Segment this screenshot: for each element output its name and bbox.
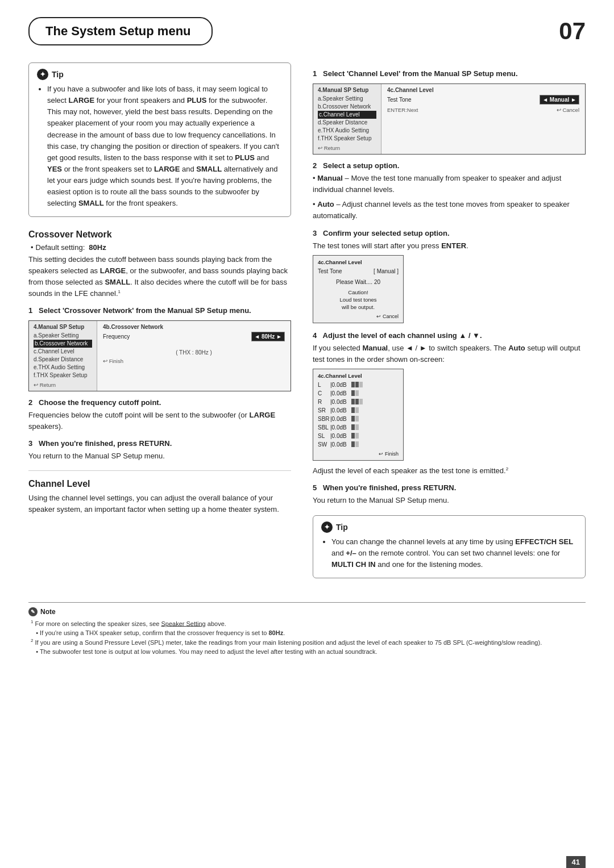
crossover-step1-heading: 1 Select 'Crossover Network' from the Ma… bbox=[28, 306, 291, 315]
right-column: 1 Select 'Channel Level' from the Manual… bbox=[307, 62, 586, 591]
ch-row-l: L|0.0dB bbox=[318, 381, 347, 389]
tip1-bullet-1: If you have a subwoofer and like lots of… bbox=[47, 84, 283, 210]
screen1-item-d: d.Speaker Distance bbox=[34, 356, 92, 364]
ch-adjust-right bbox=[351, 381, 363, 449]
ch-row-sl: SL|0.0dB bbox=[318, 432, 347, 440]
ch-step2-heading: 2 Select a setup option. bbox=[313, 161, 586, 170]
screen1-item-f: f.THX Speaker Setup bbox=[34, 372, 92, 379]
tip1-list: If you have a subwoofer and like lots of… bbox=[47, 84, 283, 210]
ch-step2-auto: • Auto – Adjust channel levels as the te… bbox=[313, 199, 586, 222]
screen2-tone-row: Test Tone ◄ Manual ► bbox=[387, 95, 579, 105]
tip1-header: ✦ Tip bbox=[37, 69, 283, 80]
ch-step5-body: You return to the Manual SP Setup menu. bbox=[313, 495, 586, 506]
tip1-label: Tip bbox=[52, 70, 64, 79]
page-title: The System Setup menu bbox=[45, 24, 191, 39]
screen2-item-e: e.THX Audio Setting bbox=[318, 127, 376, 135]
tip2-header: ✦ Tip bbox=[321, 521, 577, 533]
screen2-bottom-left: ↩ Return bbox=[318, 145, 376, 151]
tip-box-2: ✦ Tip You can change the channel levels … bbox=[313, 515, 586, 578]
crossover-step3-body: You return to the Manual SP Setup menu. bbox=[28, 450, 291, 462]
page-header: The System Setup menu 07 bbox=[28, 17, 586, 45]
wait-caution: Caution!Loud test toneswill be output. bbox=[318, 289, 399, 311]
wait-tone-row: Test Tone [ Manual ] bbox=[318, 267, 399, 276]
note-item-2: 2 If you are using a Sound Pressure Leve… bbox=[31, 637, 586, 647]
screen2-cancel: ↩ Cancel bbox=[557, 107, 579, 113]
wait-tone-value: [ Manual ] bbox=[374, 267, 399, 276]
ch-bar-r bbox=[351, 399, 363, 404]
crossover-heading: Crossover Network bbox=[28, 229, 291, 240]
channel-adjust-screen: 4c.Channel Level L|0.0dB C|0.0dB R|0.0dB… bbox=[313, 369, 404, 461]
screen1-bottom: ↩ Return bbox=[34, 382, 92, 388]
ch-adjust-title: 4c.Channel Level bbox=[318, 373, 399, 379]
screen1-item-a: a.Speaker Setting bbox=[34, 332, 92, 340]
ch-step4-body2: Adjust the level of each speaker as the … bbox=[313, 465, 586, 477]
screen2-item-d: d.Speaker Distance bbox=[318, 119, 376, 127]
ch-row-c: C|0.0dB bbox=[318, 389, 347, 398]
wait-screen: 4c.Channel Level Test Tone [ Manual ] Pl… bbox=[313, 255, 404, 323]
ch-step5-heading: 5 When you're finished, press RETURN. bbox=[313, 483, 586, 492]
screen1-return: ↩ Return bbox=[34, 382, 56, 388]
screen1-item-b: b.Crossover Network bbox=[34, 340, 92, 348]
crossover-step2-body: Frequencies below the cutoff point will … bbox=[28, 410, 291, 432]
screen2-right-bottom: ENTER:Next ↩ Cancel bbox=[387, 107, 579, 113]
crossover-body: This setting decides the cutoff between … bbox=[28, 254, 291, 300]
ch-row-sw: SW|0.0dB bbox=[318, 440, 347, 449]
screen2-left: 4.Manual SP Setup a.Speaker Setting b.Cr… bbox=[313, 84, 381, 154]
screen1-thx-note: ( THX : 80Hz ) bbox=[103, 349, 285, 356]
screen2-tone-value: ◄ Manual ► bbox=[540, 95, 579, 105]
wait-screen-title: 4c.Channel Level bbox=[318, 259, 399, 265]
wait-tone-label: Test Tone bbox=[318, 267, 342, 276]
ch-bar-l bbox=[351, 382, 363, 387]
screen1-finish: ↩ Finish bbox=[103, 358, 123, 364]
ch-step1-heading: 1 Select 'Channel Level' from the Manual… bbox=[313, 69, 586, 78]
tip-icon-1: ✦ bbox=[37, 69, 48, 80]
screen1-left: 4.Manual SP Setup a.Speaker Setting b.Cr… bbox=[29, 321, 97, 391]
ch-bar-sl bbox=[351, 433, 363, 439]
note-section: ✎ Note 1 For more on selecting the speak… bbox=[28, 602, 586, 657]
note-header: ✎ Note bbox=[28, 607, 586, 616]
ch-step4-body1: If you selected Manual, use ◄ / ► to swi… bbox=[313, 343, 586, 365]
tip2-bullet-1: You can change the channel levels at any… bbox=[331, 536, 577, 570]
screen1-freq-label: Frequency bbox=[103, 332, 130, 341]
left-column: ✦ Tip If you have a subwoofer and like l… bbox=[28, 62, 307, 591]
screen1-left-title: 4.Manual SP Setup bbox=[34, 324, 92, 330]
ch-step3-heading: 3 Confirm your selected setup option. bbox=[313, 229, 586, 237]
screen2-enter: ENTER:Next bbox=[387, 107, 418, 113]
note-item-1b: • If you're using a THX speaker setup, c… bbox=[31, 628, 586, 638]
main-content: ✦ Tip If you have a subwoofer and like l… bbox=[28, 62, 586, 591]
title-box: The System Setup menu bbox=[28, 17, 213, 45]
ch-step3-body: The test tones will start after you pres… bbox=[313, 240, 586, 252]
ch-adjust-finish: ↩ Finish bbox=[318, 451, 399, 457]
ch-bar-sw bbox=[351, 441, 363, 447]
ch-adjust-left: L|0.0dB C|0.0dB R|0.0dB SR|0.0dB SBR|0.0… bbox=[318, 381, 347, 449]
ch-row-sbr: SBR|0.0dB bbox=[318, 415, 347, 423]
screen2-right: 4c.Channel Level Test Tone ◄ Manual ► EN… bbox=[381, 84, 585, 154]
ch-row-sr: SR|0.0dB bbox=[318, 406, 347, 415]
ch-bar-sbr bbox=[351, 416, 363, 422]
note-label: Note bbox=[40, 608, 56, 616]
channel-level-screen: 4.Manual SP Setup a.Speaker Setting b.Cr… bbox=[313, 84, 586, 155]
channel-level-heading: Channel Level bbox=[28, 479, 291, 489]
screen2-item-b: b.Crossover Network bbox=[318, 103, 376, 111]
ch-row-sbl: SBL|0.0dB bbox=[318, 423, 347, 432]
crossover-step2-heading: 2 Choose the frequency cutoff point. bbox=[28, 398, 291, 407]
screen2-item-a: a.Speaker Setting bbox=[318, 95, 376, 103]
screen2-item-f: f.THX Speaker Setup bbox=[318, 135, 376, 143]
wait-cancel: ↩ Cancel bbox=[318, 314, 399, 319]
channel-level-body: Using the channel level settings, you ca… bbox=[28, 493, 291, 515]
wait-message: Please Wait.... 20 bbox=[318, 279, 399, 285]
note-item-3: • The subwoofer test tone is output at l… bbox=[31, 647, 586, 657]
tip2-label: Tip bbox=[336, 523, 348, 532]
screen2-left-title: 4.Manual SP Setup bbox=[318, 87, 376, 93]
ch-adjust-layout: L|0.0dB C|0.0dB R|0.0dB SR|0.0dB SBR|0.0… bbox=[318, 381, 399, 449]
tip-icon-2: ✦ bbox=[321, 521, 333, 533]
screen1-right-title: 4b.Crossover Network bbox=[103, 324, 285, 330]
ch-row-r: R|0.0dB bbox=[318, 398, 347, 406]
screen2-tone-label: Test Tone bbox=[387, 95, 412, 104]
screen1-right-bottom: ↩ Finish bbox=[103, 358, 285, 364]
crossover-screen: 4.Manual SP Setup a.Speaker Setting b.Cr… bbox=[28, 320, 291, 391]
screen1-freq-value: ◄ 80Hz ► bbox=[251, 332, 285, 341]
tip2-list: You can change the channel levels at any… bbox=[331, 536, 577, 570]
note-item-1: 1 For more on selecting the speaker size… bbox=[31, 619, 586, 628]
screen2-right-title: 4c.Channel Level bbox=[387, 87, 579, 93]
